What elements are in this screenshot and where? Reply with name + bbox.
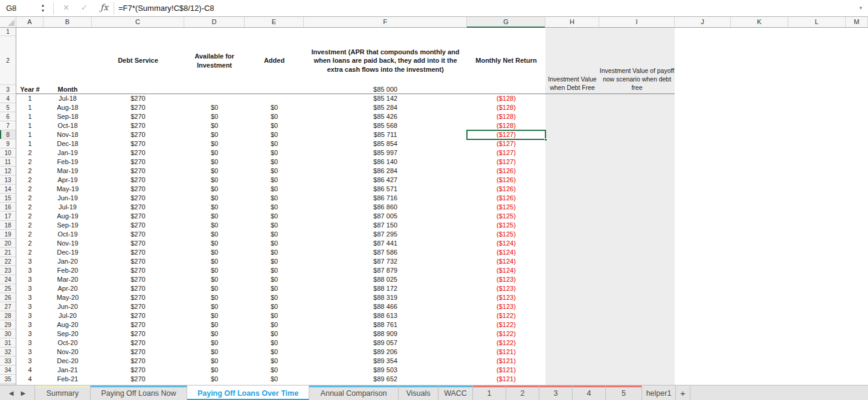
cell-G34[interactable]: ($121) (467, 366, 545, 375)
cell-C19[interactable]: $270 (92, 230, 184, 239)
cell-F5[interactable]: $85 284 (304, 103, 467, 112)
add-sheet-button[interactable]: + (676, 386, 690, 400)
row-header-20[interactable]: 20 (0, 239, 16, 248)
row-header-17[interactable]: 17 (0, 212, 16, 221)
cell-E13[interactable]: $0 (245, 176, 304, 185)
row-header-24[interactable]: 24 (0, 275, 16, 284)
cell-B31[interactable]: Oct-20 (43, 338, 92, 348)
cell-B23[interactable]: Feb-20 (43, 266, 92, 275)
cell-B9[interactable]: Dec-18 (43, 139, 92, 148)
cell-D23[interactable]: $0 (184, 266, 245, 275)
cell-G33[interactable]: ($121) (467, 357, 545, 366)
row-header-1[interactable]: 1 (0, 28, 16, 36)
row-header-14[interactable]: 14 (0, 185, 16, 194)
cell-E9[interactable]: $0 (245, 139, 304, 148)
cell-E4[interactable] (245, 94, 304, 103)
cell-A25[interactable]: 3 (16, 284, 43, 293)
cell-E28[interactable]: $0 (245, 311, 304, 320)
cell-C28[interactable]: $270 (92, 311, 184, 320)
cell-C13[interactable]: $270 (92, 176, 184, 185)
cell-A24[interactable]: 3 (16, 275, 43, 284)
cell-F17[interactable]: $87 005 (304, 212, 467, 221)
cell-B15[interactable]: Jun-19 (43, 194, 92, 203)
cell-E18[interactable]: $0 (245, 221, 304, 230)
cell-C31[interactable]: $270 (92, 338, 184, 348)
cell-F32[interactable]: $89 206 (304, 348, 467, 357)
row-header-16[interactable]: 16 (0, 203, 16, 212)
cell-G15[interactable]: ($126) (467, 194, 545, 203)
cell-A35[interactable]: 4 (16, 375, 43, 384)
cell-E8[interactable]: $0 (245, 130, 304, 139)
cell-E34[interactable]: $0 (245, 366, 304, 375)
cell-D32[interactable]: $0 (184, 348, 245, 357)
header-F2[interactable]: Investment (APR that compounds monthly a… (304, 36, 467, 85)
cell-G27[interactable]: ($123) (467, 302, 545, 311)
cell-G35[interactable]: ($121) (467, 375, 545, 384)
cell-D8[interactable]: $0 (184, 130, 245, 139)
cell-G13[interactable]: ($126) (467, 176, 545, 185)
cell-A16[interactable]: 2 (16, 203, 43, 212)
cell-D33[interactable]: $0 (184, 357, 245, 366)
cell-D22[interactable]: $0 (184, 257, 245, 266)
sheet-tab-annual-comparison[interactable]: Annual Comparison (309, 386, 399, 400)
cell-C16[interactable]: $270 (92, 203, 184, 212)
cell-B34[interactable]: Jan-21 (43, 366, 92, 375)
sheet-tab-5[interactable]: 5 (606, 386, 642, 400)
cell-B8[interactable]: Nov-18 (43, 130, 92, 139)
insert-function-icon[interactable]: ƒx (100, 2, 108, 12)
cell-C5[interactable]: $270 (92, 103, 184, 112)
cell-C33[interactable]: $270 (92, 357, 184, 366)
row-header-19[interactable]: 19 (0, 230, 16, 239)
cell-D4[interactable] (184, 94, 245, 103)
cell-C10[interactable]: $270 (92, 148, 184, 157)
row-header-9[interactable]: 9 (0, 139, 16, 148)
cell-C12[interactable]: $270 (92, 167, 184, 176)
sheet-tab-helper1[interactable]: helper1 (642, 386, 676, 400)
cell-C20[interactable]: $270 (92, 239, 184, 248)
select-all-corner[interactable] (0, 17, 16, 27)
cell-A30[interactable]: 3 (16, 329, 43, 338)
column-header-M[interactable]: M (846, 17, 868, 27)
row-header-13[interactable]: 13 (0, 176, 16, 185)
cell-D31[interactable]: $0 (184, 338, 245, 348)
row-header-35[interactable]: 35 (0, 375, 16, 384)
cell-E11[interactable]: $0 (245, 157, 304, 167)
cell-E35[interactable]: $0 (245, 375, 304, 384)
sheet-tab-wacc[interactable]: WACC (439, 386, 473, 400)
row-header-22[interactable]: 22 (0, 257, 16, 266)
cell-E21[interactable]: $0 (245, 248, 304, 257)
cell-G25[interactable]: ($123) (467, 284, 545, 293)
cell-C35[interactable]: $270 (92, 375, 184, 384)
cell-D20[interactable]: $0 (184, 239, 245, 248)
cell-G20[interactable]: ($124) (467, 239, 545, 248)
cell-E30[interactable]: $0 (245, 329, 304, 338)
cell-B28[interactable]: Jul-20 (43, 311, 92, 320)
cell-C6[interactable]: $270 (92, 112, 184, 121)
cell-D12[interactable]: $0 (184, 167, 245, 176)
row-header-34[interactable]: 34 (0, 366, 16, 375)
column-header-G[interactable]: G (467, 17, 545, 27)
header-I2[interactable]: Investment Value of payoff now scenario … (599, 36, 675, 94)
cell-B35[interactable]: Feb-21 (43, 375, 92, 384)
cell-D19[interactable]: $0 (184, 230, 245, 239)
cell-E23[interactable]: $0 (245, 266, 304, 275)
cell-A15[interactable]: 2 (16, 194, 43, 203)
cell-F29[interactable]: $88 761 (304, 320, 467, 329)
row-header-3[interactable]: 3 (0, 85, 16, 94)
cell-F10[interactable]: $85 997 (304, 148, 467, 157)
row-header-23[interactable]: 23 (0, 266, 16, 275)
row-header-33[interactable]: 33 (0, 357, 16, 366)
cell-A9[interactable]: 1 (16, 139, 43, 148)
cell-F34[interactable]: $89 503 (304, 366, 467, 375)
cell-A22[interactable]: 3 (16, 257, 43, 266)
row-header-2[interactable]: 2 (0, 36, 16, 85)
row-header-11[interactable]: 11 (0, 157, 16, 167)
cell-F18[interactable]: $87 150 (304, 221, 467, 230)
cell-C4[interactable]: $270 (92, 94, 184, 103)
cell-D24[interactable]: $0 (184, 275, 245, 284)
cell-F12[interactable]: $86 284 (304, 167, 467, 176)
cell-F31[interactable]: $89 057 (304, 338, 467, 348)
row-header-27[interactable]: 27 (0, 302, 16, 311)
cell-A3[interactable]: Year # (16, 85, 43, 94)
cell-D9[interactable]: $0 (184, 139, 245, 148)
